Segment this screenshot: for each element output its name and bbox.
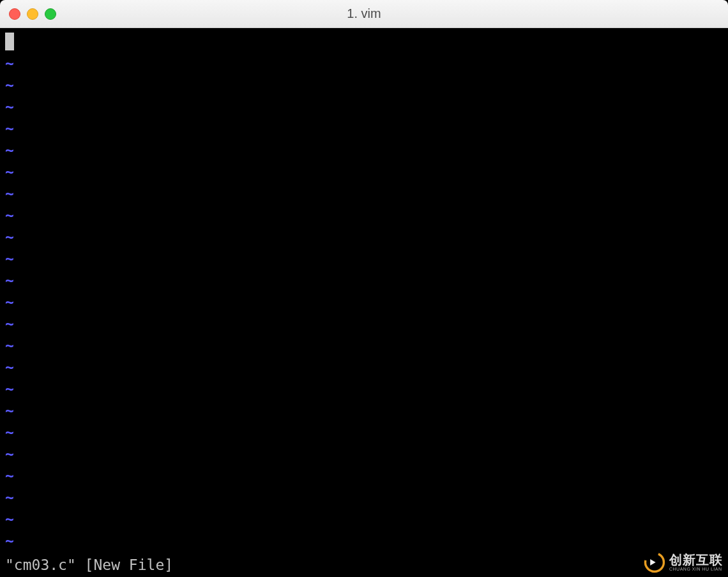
empty-line-tilde: ~	[5, 400, 723, 421]
watermark-main-text: 创新互联	[669, 553, 723, 566]
empty-line-tilde: ~	[5, 486, 723, 508]
empty-line-tilde: ~	[5, 508, 723, 530]
empty-line-tilde: ~	[5, 161, 723, 183]
empty-line-tilde: ~	[5, 226, 723, 248]
titlebar[interactable]: 1. vim	[0, 0, 728, 28]
minimize-button[interactable]	[27, 8, 38, 20]
empty-line-tilde: ~	[5, 465, 723, 486]
editor-area[interactable]: ~~~~~~~~~~~~~~~~~~~~~~~	[5, 31, 723, 554]
empty-line-tilde: ~	[5, 291, 723, 313]
empty-line-tilde: ~	[5, 356, 723, 378]
close-button[interactable]	[9, 8, 20, 20]
empty-line-tilde: ~	[5, 204, 723, 226]
watermark: 创新互联 CHUANG XIN HU LIAN	[644, 551, 723, 573]
cursor-line[interactable]	[5, 31, 723, 52]
empty-line-tilde: ~	[5, 183, 723, 204]
cursor	[5, 33, 14, 50]
traffic-lights	[9, 8, 56, 20]
empty-line-tilde: ~	[5, 139, 723, 161]
terminal-body[interactable]: ~~~~~~~~~~~~~~~~~~~~~~~ "cm03.c" [New Fi…	[0, 28, 728, 577]
empty-line-tilde: ~	[5, 74, 723, 96]
empty-line-tilde: ~	[5, 334, 723, 356]
empty-line-tilde: ~	[5, 269, 723, 291]
window-title: 1. vim	[347, 6, 381, 21]
empty-line-tilde: ~	[5, 530, 723, 551]
maximize-button[interactable]	[45, 8, 56, 20]
empty-line-tilde: ~	[5, 313, 723, 334]
empty-line-tilde: ~	[5, 421, 723, 443]
empty-line-tilde: ~	[5, 378, 723, 400]
empty-line-tilde: ~	[5, 248, 723, 269]
terminal-window: 1. vim ~~~~~~~~~~~~~~~~~~~~~~~ "cm03.c" …	[0, 0, 728, 577]
empty-line-tilde: ~	[5, 96, 723, 117]
empty-line-tilde: ~	[5, 443, 723, 465]
empty-line-tilde: ~	[5, 52, 723, 74]
watermark-text: 创新互联 CHUANG XIN HU LIAN	[669, 553, 723, 571]
status-line: "cm03.c" [New File]	[5, 554, 723, 577]
empty-line-tilde: ~	[5, 117, 723, 139]
watermark-sub-text: CHUANG XIN HU LIAN	[669, 567, 723, 571]
watermark-logo-icon	[644, 551, 665, 573]
